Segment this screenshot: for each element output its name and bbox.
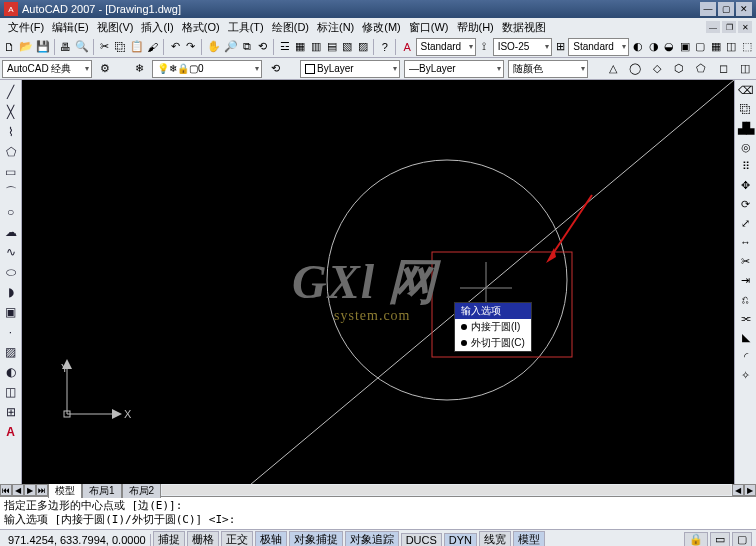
hscroll-right-icon[interactable]: ▶ [744,484,756,496]
help-icon[interactable]: ? [378,38,393,56]
otrack-toggle[interactable]: 对象追踪 [345,531,399,546]
break-icon[interactable]: ⎌ [737,290,755,308]
properties-icon[interactable]: ☲ [278,38,293,56]
tab-layout2[interactable]: 布局2 [122,483,162,498]
tab-model[interactable]: 模型 [48,483,82,498]
menu-edit[interactable]: 编辑(E) [48,20,93,35]
table-tool-icon[interactable]: ⊞ [2,403,20,421]
ext-g-icon[interactable]: ◫ [724,38,739,56]
ext-a-icon[interactable]: ◐ [631,38,646,56]
zoom-window-icon[interactable]: ⧉ [240,38,255,56]
tab-next-icon[interactable]: ▶ [24,484,36,496]
new-icon[interactable]: 🗋 [2,38,17,56]
dim-style-icon[interactable]: ⟟ [477,38,492,56]
ellipse-tool-icon[interactable]: ⬭ [2,263,20,281]
rectangle-tool-icon[interactable]: ▭ [2,163,20,181]
layer-prev-icon[interactable]: ⟲ [266,60,284,78]
rotate-icon[interactable]: ⟳ [737,195,755,213]
gradient-tool-icon[interactable]: ◐ [2,363,20,381]
copy-icon[interactable]: ⿻ [113,38,128,56]
tool-palette-icon[interactable]: ▥ [309,38,324,56]
region-tool-icon[interactable]: ◫ [2,383,20,401]
workspace-combo[interactable]: AutoCAD 经典 [2,60,92,78]
sheet-icon[interactable]: ▤ [324,38,339,56]
zoom-prev-icon[interactable]: ⟲ [255,38,270,56]
maximize-button[interactable]: ▢ [718,2,734,16]
table-style-combo[interactable]: Standard [568,38,629,56]
ortho-toggle[interactable]: 正交 [221,531,253,546]
workspace-settings-icon[interactable]: ⚙ [96,60,114,78]
erase-icon[interactable]: ⌫ [737,81,755,99]
ext-c-icon[interactable]: ◒ [662,38,677,56]
menu-modify[interactable]: 修改(M) [358,20,405,35]
chamfer-icon[interactable]: ◣ [737,328,755,346]
tab-prev-icon[interactable]: ◀ [12,484,24,496]
mod-c-icon[interactable]: ◇ [648,60,666,78]
zoom-realtime-icon[interactable]: 🔎 [223,38,239,56]
array-icon[interactable]: ⠿ [737,157,755,175]
table-style-icon[interactable]: ⊞ [553,38,568,56]
ext-b-icon[interactable]: ◑ [646,38,661,56]
tab-layout1[interactable]: 布局1 [82,483,122,498]
mirror-icon[interactable]: ▟▙ [737,119,755,137]
tab-last-icon[interactable]: ⏭ [36,484,48,496]
menu-dimension[interactable]: 标注(N) [313,20,358,35]
designcenter-icon[interactable]: ▦ [293,38,308,56]
circle-tool-icon[interactable]: ○ [2,203,20,221]
lineweight-combo[interactable]: 随颜色 [508,60,588,78]
ext-h-icon[interactable]: ⬚ [740,38,755,56]
mod-f-icon[interactable]: ◻ [714,60,732,78]
dyn-toggle[interactable]: DYN [444,533,477,547]
osnap-toggle[interactable]: 对象捕捉 [289,531,343,546]
plot-preview-icon[interactable]: 🔍 [74,38,90,56]
menu-view[interactable]: 视图(V) [93,20,138,35]
undo-icon[interactable]: ↶ [168,38,183,56]
snap-toggle[interactable]: 捕捉 [153,531,185,546]
drawing-area[interactable]: X Y GXl 网 system.com 输入选项 内接于圆(I) 外切于圆(C… [22,80,734,484]
move-icon[interactable]: ✥ [737,176,755,194]
mod-b-icon[interactable]: ◯ [626,60,644,78]
menu-insert[interactable]: 插入(I) [137,20,177,35]
status-clean-icon[interactable]: ▢ [732,532,752,546]
mod-d-icon[interactable]: ⬡ [670,60,688,78]
ext-d-icon[interactable]: ▣ [677,38,692,56]
lwt-toggle[interactable]: 线宽 [479,531,511,546]
menu-help[interactable]: 帮助(H) [453,20,498,35]
paste-icon[interactable]: 📋 [129,38,145,56]
menu-format[interactable]: 格式(O) [178,20,224,35]
arc-tool-icon[interactable]: ⌒ [2,183,20,201]
xline-tool-icon[interactable]: ╳ [2,103,20,121]
ducs-toggle[interactable]: DUCS [401,533,442,547]
hscroll-track[interactable] [162,485,731,495]
status-tray-icon[interactable]: ▭ [710,532,730,546]
color-combo-ctl[interactable]: ByLayer [300,60,400,78]
polar-toggle[interactable]: 极轴 [255,531,287,546]
mod-g-icon[interactable]: ◫ [736,60,754,78]
menu-dataview[interactable]: 数据视图 [498,20,550,35]
layer-props-icon[interactable]: ❄ [130,60,148,78]
hatch-tool-icon[interactable]: ▨ [2,343,20,361]
hscroll-left-icon[interactable]: ◀ [732,484,744,496]
spline-tool-icon[interactable]: ∿ [2,243,20,261]
text-style-icon[interactable]: A [400,38,415,56]
menu-draw[interactable]: 绘图(D) [268,20,313,35]
coords-readout[interactable]: 971.4254, 633.7994, 0.0000 [4,534,151,546]
markup-icon[interactable]: ▧ [340,38,355,56]
ext-f-icon[interactable]: ▦ [709,38,724,56]
menu-window[interactable]: 窗口(W) [405,20,453,35]
join-icon[interactable]: ⫘ [737,309,755,327]
scale-icon[interactable]: ⤢ [737,214,755,232]
text-style-combo[interactable]: Standard [416,38,477,56]
context-menu-item-circumscribed[interactable]: 外切于圆(C) [455,335,531,351]
cut-icon[interactable]: ✂ [98,38,113,56]
line-tool-icon[interactable]: ╱ [2,83,20,101]
point-tool-icon[interactable]: · [2,323,20,341]
fillet-icon[interactable]: ◜ [737,347,755,365]
polygon-tool-icon[interactable]: ⬠ [2,143,20,161]
extend-icon[interactable]: ⇥ [737,271,755,289]
menu-tools[interactable]: 工具(T) [224,20,268,35]
menu-file[interactable]: 文件(F) [4,20,48,35]
close-button[interactable]: ✕ [736,2,752,16]
match-icon[interactable]: 🖌 [146,38,161,56]
print-icon[interactable]: 🖶 [58,38,73,56]
